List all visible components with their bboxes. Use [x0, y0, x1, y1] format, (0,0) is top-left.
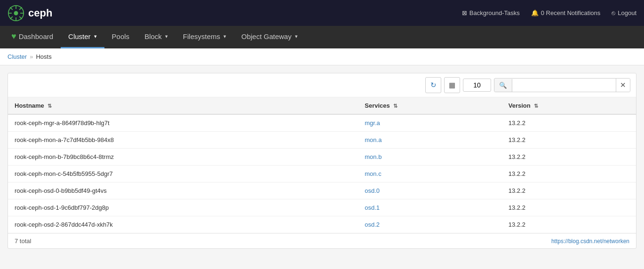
cell-hostname: rook-ceph-osd-2-867ddc447d-xkh7k [8, 216, 358, 233]
table-row: rook-ceph-mon-c-54b5fb5955-5dgr7 mon.c 1… [8, 166, 636, 182]
search-button[interactable]: 🔍 [494, 79, 512, 92]
cell-version: 13.2.2 [502, 149, 636, 166]
tasks-icon: ⊠ [462, 9, 467, 16]
refresh-icon: ↻ [430, 81, 437, 89]
breadcrumb-parent[interactable]: Cluster [8, 53, 27, 60]
cell-services: mgr.a [358, 114, 502, 132]
search-input[interactable] [512, 79, 616, 91]
col-version-label: Version [509, 102, 531, 109]
breadcrumb: Cluster » Hosts [0, 48, 644, 65]
table-row: rook-ceph-osd-1-9c6dbf797-2dg8p osd.1 13… [8, 199, 636, 216]
table-row: rook-ceph-osd-2-867ddc447d-xkh7k osd.2 1… [8, 216, 636, 233]
page-size-input[interactable]: 10 [463, 79, 491, 92]
table-card: ↻ ▦ 10 🔍 ✕ Hostname [8, 73, 636, 249]
nav-item-object-gateway[interactable]: Object Gateway ▾ [234, 26, 305, 48]
table-header: Hostname ⇅ Services ⇅ Version ⇅ [8, 97, 636, 114]
chevron-down-icon: ▾ [94, 33, 97, 40]
hosts-table: Hostname ⇅ Services ⇅ Version ⇅ rook-cep… [8, 97, 636, 233]
clear-search-button[interactable]: ✕ [616, 79, 630, 92]
nav-item-dashboard[interactable]: ♥ Dashboard [4, 26, 61, 48]
cell-version: 13.2.2 [502, 182, 636, 199]
nav-item-pools[interactable]: Pools [104, 26, 137, 48]
cell-hostname: rook-ceph-osd-1-9c6dbf797-2dg8p [8, 199, 358, 216]
chevron-down-icon-fs: ▾ [223, 33, 226, 40]
cell-services: mon.a [358, 132, 502, 149]
search-icon: 🔍 [499, 82, 507, 89]
service-link[interactable]: mon.c [365, 170, 381, 177]
cell-services: osd.2 [358, 216, 502, 233]
bell-icon: 🔔 [531, 9, 539, 16]
chevron-down-icon-block: ▾ [165, 33, 168, 40]
nav-label-dashboard: Dashboard [19, 32, 53, 40]
grid-icon: ▦ [449, 81, 455, 89]
col-services-label: Services [365, 102, 390, 109]
cell-version: 13.2.2 [502, 216, 636, 233]
service-link[interactable]: osd.2 [365, 221, 380, 228]
topbar: ceph ⊠ Background-Tasks 🔔 0 Recent Notif… [0, 0, 644, 26]
service-link[interactable]: osd.0 [365, 187, 380, 194]
table-footer: 7 total https://blog.csdn.net/networken [8, 233, 636, 248]
service-link[interactable]: mon.b [365, 153, 382, 160]
cell-version: 13.2.2 [502, 114, 636, 132]
logout-icon: ⎋ [612, 9, 615, 16]
sort-icon-hostname: ⇅ [48, 103, 52, 109]
nav-label-pools: Pools [112, 32, 130, 40]
logo: ceph [8, 5, 52, 22]
table-toolbar: ↻ ▦ 10 🔍 ✕ [8, 73, 636, 97]
cell-services: mon.c [358, 166, 502, 182]
table-row: rook-ceph-mon-a-7c7df4b5bb-984x8 mon.a 1… [8, 132, 636, 149]
chevron-down-icon-og: ▾ [295, 33, 298, 40]
sort-icon-version: ⇅ [534, 103, 538, 109]
ceph-logo-icon [8, 5, 24, 22]
footer-url: https://blog.csdn.net/networken [551, 238, 629, 245]
svg-point-1 [14, 11, 18, 15]
close-icon: ✕ [620, 81, 626, 89]
nav-label-object-gateway: Object Gateway [241, 32, 292, 40]
cell-version: 13.2.2 [502, 132, 636, 149]
table-body: rook-ceph-mgr-a-8649f78d9b-hlg7t mgr.a 1… [8, 114, 636, 233]
breadcrumb-separator: » [30, 53, 33, 60]
col-header-hostname[interactable]: Hostname ⇅ [8, 97, 358, 114]
nav-item-cluster[interactable]: Cluster ▾ [61, 26, 104, 48]
nav-label-cluster: Cluster [68, 32, 91, 40]
service-link[interactable]: mgr.a [365, 119, 380, 127]
notifications-btn[interactable]: 🔔 0 Recent Notifications [531, 9, 600, 16]
sort-icon-services: ⇅ [393, 103, 398, 109]
cell-services: osd.0 [358, 182, 502, 199]
logout-btn[interactable]: ⎋ Logout [612, 9, 636, 16]
dashboard-icon: ♥ [11, 32, 16, 41]
service-link[interactable]: osd.1 [365, 204, 380, 211]
nav-label-block: Block [144, 32, 162, 40]
search-box: 🔍 ✕ [494, 78, 630, 92]
cell-hostname: rook-ceph-mgr-a-8649f78d9b-hlg7t [8, 114, 358, 132]
table-row: rook-ceph-mon-b-7b9bc8b6c4-8trmz mon.b 1… [8, 149, 636, 166]
service-link[interactable]: mon.a [365, 136, 382, 143]
cell-hostname: rook-ceph-mon-c-54b5fb5955-5dgr7 [8, 166, 358, 182]
total-count: 7 total [15, 237, 31, 245]
cell-services: mon.b [358, 149, 502, 166]
table-row: rook-ceph-mgr-a-8649f78d9b-hlg7t mgr.a 1… [8, 114, 636, 132]
cell-hostname: rook-ceph-osd-0-b9bb5df49-gt4vs [8, 182, 358, 199]
table-row: rook-ceph-osd-0-b9bb5df49-gt4vs osd.0 13… [8, 182, 636, 199]
cell-version: 13.2.2 [502, 199, 636, 216]
grid-view-button[interactable]: ▦ [444, 77, 460, 93]
nav-item-filesystems[interactable]: Filesystems ▾ [175, 26, 234, 48]
topbar-actions: ⊠ Background-Tasks 🔔 0 Recent Notificati… [462, 9, 636, 16]
breadcrumb-current: Hosts [36, 53, 51, 60]
cell-version: 13.2.2 [502, 166, 636, 182]
nav-item-block[interactable]: Block ▾ [137, 26, 175, 48]
background-tasks-btn[interactable]: ⊠ Background-Tasks [462, 9, 520, 16]
col-header-services[interactable]: Services ⇅ [358, 97, 502, 114]
refresh-button[interactable]: ↻ [425, 77, 441, 93]
navbar: ♥ Dashboard Cluster ▾ Pools Block ▾ File… [0, 26, 644, 48]
nav-label-filesystems: Filesystems [183, 32, 220, 40]
cell-hostname: rook-ceph-mon-a-7c7df4b5bb-984x8 [8, 132, 358, 149]
logo-text: ceph [28, 7, 52, 19]
col-hostname-label: Hostname [15, 102, 44, 109]
cell-services: osd.1 [358, 199, 502, 216]
col-header-version[interactable]: Version ⇅ [502, 97, 636, 114]
cell-hostname: rook-ceph-mon-b-7b9bc8b6c4-8trmz [8, 149, 358, 166]
main-content: ↻ ▦ 10 🔍 ✕ Hostname [0, 65, 644, 256]
